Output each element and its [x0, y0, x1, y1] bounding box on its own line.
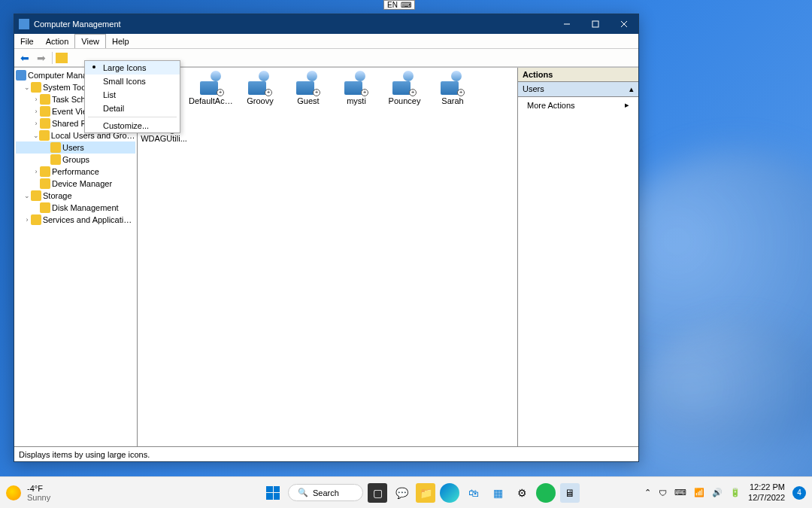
volume-icon[interactable]: 🔊	[712, 488, 723, 497]
user-label: DefaultAcc...	[189, 96, 235, 105]
user-label: WDAGUtili...	[141, 134, 187, 143]
titlebar[interactable]: Computer Management	[14, 14, 638, 34]
forward-button[interactable]: ➡	[34, 51, 49, 65]
tray-chevron-icon[interactable]: ⌃	[644, 488, 651, 497]
tree-item-disk-management[interactable]: Disk Management	[16, 202, 135, 214]
user-label: Guest	[285, 96, 332, 105]
user-mysti[interactable]: +mysti	[333, 71, 380, 105]
computer-management-window: Computer Management File Action View Hel…	[14, 14, 639, 462]
collapse-icon: ▴	[629, 84, 634, 94]
notification-badge[interactable]: 4	[792, 486, 806, 500]
menu-file[interactable]: File	[14, 34, 40, 48]
windows-logo-icon	[266, 486, 280, 500]
window-title: Computer Management	[34, 20, 553, 29]
task-view-icon[interactable]: ▢	[368, 483, 387, 503]
compmgmt-icon[interactable]: 🖥	[560, 483, 580, 503]
user-icon: +	[198, 71, 226, 95]
user-icon: +	[439, 71, 466, 95]
user-icon: +	[391, 71, 418, 95]
sun-icon	[6, 485, 21, 500]
toolbar-icon-2[interactable]	[69, 51, 84, 65]
keyboard-icon: ⌨	[401, 1, 411, 9]
tree-item-device-manager[interactable]: Device Manager	[16, 178, 135, 190]
user-icon: +	[247, 71, 274, 95]
chevron-right-icon: ▸	[625, 100, 629, 110]
toolbar-icon-1[interactable]	[56, 53, 68, 63]
users-icon-panel: +...strator+DefaultAcc...+Groovy+Guest+m…	[138, 68, 518, 446]
user-guest[interactable]: +Guest	[285, 71, 332, 105]
language-indicator[interactable]: EN ⌨	[383, 0, 415, 10]
actions-header: Actions	[518, 68, 638, 82]
chat-icon[interactable]: 💬	[392, 483, 411, 503]
user-icon: +	[295, 71, 322, 95]
user-groovy[interactable]: +Groovy	[237, 71, 283, 105]
user-label: Groovy	[237, 96, 283, 105]
user-label: Pouncey	[381, 96, 428, 105]
maximize-button[interactable]	[581, 14, 610, 34]
taskbar-search[interactable]: 🔍 Search	[288, 484, 363, 501]
tree-item-performance[interactable]: ›Performance	[16, 166, 135, 178]
app-icon-1[interactable]: ▦	[488, 483, 508, 503]
actions-context[interactable]: Users ▴	[518, 82, 638, 97]
user-label: Sarah	[429, 96, 476, 105]
statusbar: Displays items by using large icons.	[14, 446, 638, 461]
taskbar-weather[interactable]: -4°F Sunny	[6, 484, 232, 502]
keyboard-tray-icon[interactable]: ⌨	[674, 488, 686, 497]
battery-icon[interactable]: 🔋	[730, 488, 741, 497]
settings-icon[interactable]: ⚙	[512, 483, 532, 503]
user-icon: +	[343, 71, 370, 95]
tree-item-storage[interactable]: ⌄Storage	[16, 190, 135, 202]
view-dropdown: Large Icons Small Icons List Detail Cust…	[84, 60, 180, 133]
store-icon[interactable]: 🛍	[464, 483, 483, 503]
user-pouncey[interactable]: +Pouncey	[381, 71, 428, 105]
taskbar-clock[interactable]: 12:22 PM 12/7/2022	[748, 482, 785, 502]
search-icon: 🔍	[298, 488, 308, 497]
menu-view[interactable]: View	[74, 34, 106, 48]
view-list[interactable]: List	[85, 88, 180, 102]
user-label: mysti	[333, 96, 380, 105]
view-detail[interactable]: Detail	[85, 102, 180, 115]
minimize-button[interactable]	[553, 14, 581, 34]
close-button[interactable]	[610, 14, 638, 34]
file-explorer-icon[interactable]: 📁	[416, 483, 435, 503]
tree-item-groups[interactable]: Groups	[16, 154, 135, 166]
spotify-icon[interactable]	[536, 483, 556, 503]
menu-action[interactable]: Action	[40, 34, 75, 48]
menubar: File Action View Help	[14, 34, 638, 49]
back-button[interactable]: ⬅	[17, 51, 32, 65]
tree-item-users[interactable]: Users	[16, 141, 135, 154]
edge-icon[interactable]	[440, 483, 459, 503]
svg-rect-1	[592, 21, 598, 27]
view-customize[interactable]: Customize...	[85, 119, 180, 132]
weather-cond: Sunny	[27, 493, 50, 502]
menu-help[interactable]: Help	[106, 34, 135, 48]
security-icon[interactable]: 🛡	[659, 488, 667, 497]
wifi-icon[interactable]: 📶	[694, 488, 704, 497]
tree-item-services-and-applications[interactable]: ›Services and Applications	[16, 214, 135, 226]
more-actions[interactable]: More Actions ▸	[518, 97, 638, 113]
taskbar: -4°F Sunny 🔍 Search ▢ 💬 📁 🛍 ▦ ⚙ 🖥 ⌃ 🛡 ⌨ …	[0, 476, 812, 508]
user-sarah[interactable]: +Sarah	[429, 71, 476, 105]
view-large-icons[interactable]: Large Icons	[85, 61, 180, 75]
weather-temp: -4°F	[27, 484, 50, 493]
user-defaultaccount[interactable]: +DefaultAcc...	[189, 71, 235, 105]
actions-panel: Actions Users ▴ More Actions ▸	[518, 68, 638, 446]
start-button[interactable]	[262, 482, 283, 503]
view-small-icons[interactable]: Small Icons	[85, 75, 180, 88]
app-icon	[19, 19, 29, 29]
